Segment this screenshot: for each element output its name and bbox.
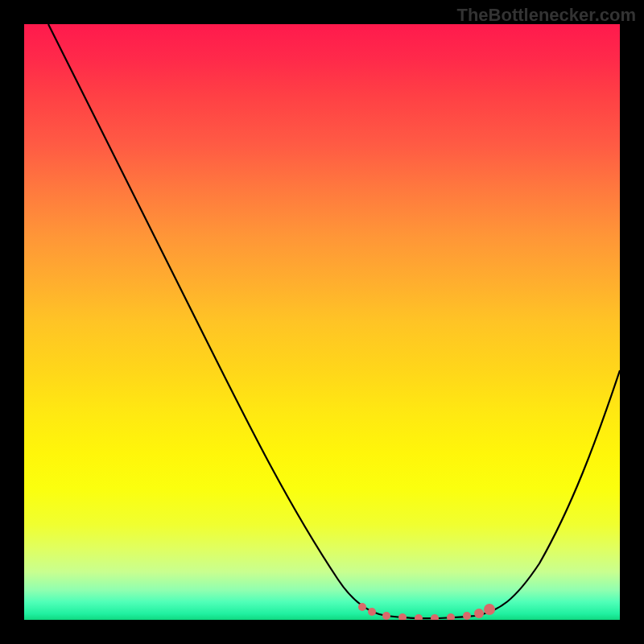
chart-container: TheBottlenecker.com (0, 0, 644, 644)
svg-point-1 (368, 608, 376, 616)
bottleneck-curve (48, 24, 620, 618)
plot-area (24, 24, 620, 620)
svg-point-9 (484, 604, 495, 615)
svg-point-6 (447, 613, 455, 620)
svg-point-5 (431, 614, 439, 620)
curve-svg (24, 24, 620, 620)
watermark-text: TheBottlenecker.com (456, 5, 636, 26)
svg-point-7 (463, 612, 471, 620)
optimal-region-dots (358, 603, 495, 620)
svg-point-2 (382, 612, 390, 620)
svg-point-4 (415, 614, 423, 620)
svg-point-3 (398, 613, 407, 620)
svg-point-8 (474, 609, 484, 618)
svg-point-0 (358, 603, 366, 611)
